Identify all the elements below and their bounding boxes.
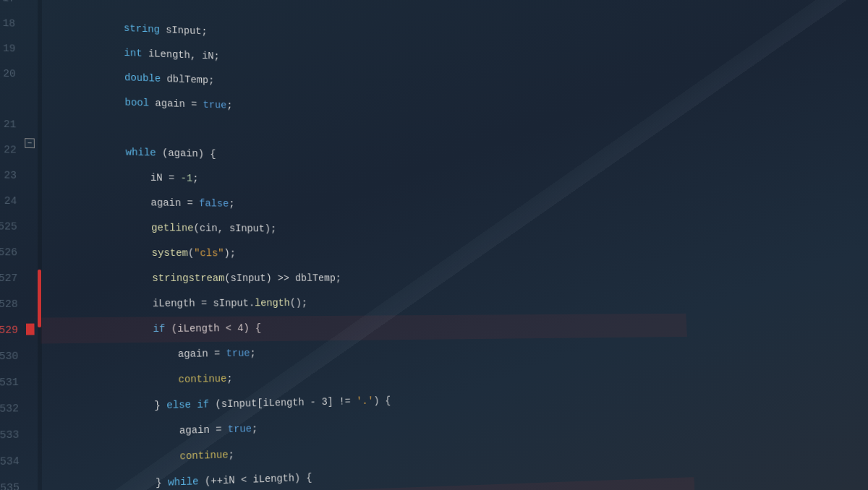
line-num-527: 527 xyxy=(0,266,18,292)
line-num-529: 529 xyxy=(0,318,18,344)
line-num-23: 23 xyxy=(0,163,17,189)
line-num-20: 20 xyxy=(0,61,16,87)
left-scrollbar-thumb xyxy=(38,270,41,327)
line-num-18: 18 xyxy=(0,11,15,38)
line-num-525: 525 xyxy=(0,214,17,240)
code-editor-inner: 17 18 19 20 21 22 23 24 525 526 527 528 … xyxy=(0,0,697,490)
line-num-528: 528 xyxy=(0,292,18,318)
line-num-532: 532 xyxy=(0,396,19,423)
line-num-21: 21 xyxy=(0,112,17,138)
line-num-533: 533 xyxy=(0,422,20,450)
code-content: string sInput; int iLength, iN; double d… xyxy=(37,0,697,490)
bookmark-529 xyxy=(26,324,35,335)
line-num-526: 526 xyxy=(0,240,17,266)
line-num-24: 24 xyxy=(0,189,17,215)
line-num-530: 530 xyxy=(0,344,18,371)
code-line-526: stringstream(sInput) >> dblTemp; xyxy=(40,241,684,267)
line-num-534: 534 xyxy=(0,449,20,476)
line-num-531: 531 xyxy=(0,370,19,397)
code-line-527: iLength = sInput.length(); xyxy=(40,266,684,292)
collapse-icon-21[interactable]: − xyxy=(25,138,35,148)
line-num-535: 535 xyxy=(0,475,20,490)
line-num-17: 17 xyxy=(0,0,15,12)
line-num-empty xyxy=(0,86,16,112)
left-scrollbar[interactable] xyxy=(38,0,42,490)
line-num-19: 19 xyxy=(0,35,16,62)
code-editor: 17 18 19 20 21 22 23 24 525 526 527 528 … xyxy=(0,0,868,490)
line-num-22: 22 xyxy=(0,137,17,163)
